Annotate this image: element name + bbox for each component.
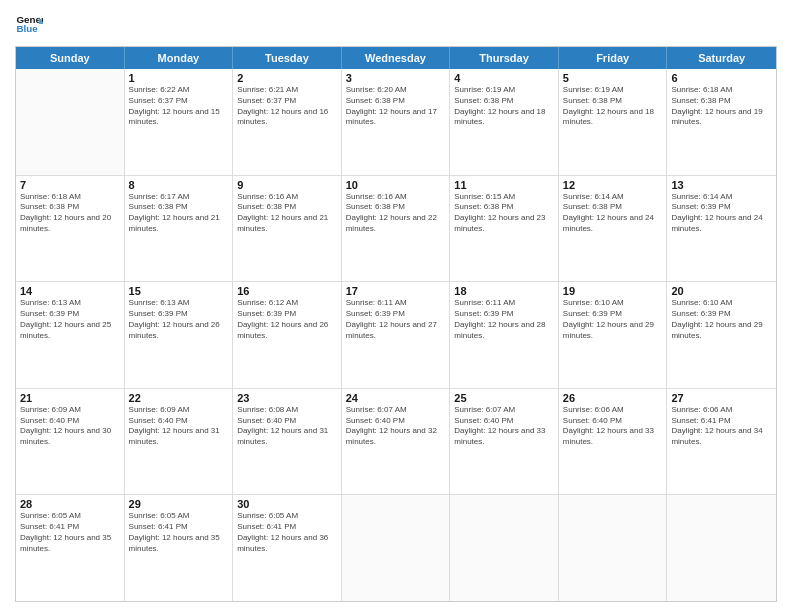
day-number: 21 [20,392,120,404]
calendar-cell: 7Sunrise: 6:18 AMSunset: 6:38 PMDaylight… [16,176,125,282]
cell-info: Sunrise: 6:22 AMSunset: 6:37 PMDaylight:… [129,85,229,128]
weekday-header: Thursday [450,47,559,69]
calendar-cell: 1Sunrise: 6:22 AMSunset: 6:37 PMDaylight… [125,69,234,175]
calendar-cell: 15Sunrise: 6:13 AMSunset: 6:39 PMDayligh… [125,282,234,388]
calendar-row: 1Sunrise: 6:22 AMSunset: 6:37 PMDaylight… [16,69,776,176]
day-number: 15 [129,285,229,297]
day-number: 14 [20,285,120,297]
calendar-cell [667,495,776,601]
calendar-cell: 21Sunrise: 6:09 AMSunset: 6:40 PMDayligh… [16,389,125,495]
day-number: 27 [671,392,772,404]
day-number: 19 [563,285,663,297]
page-header: General Blue [15,10,777,38]
weekday-header: Tuesday [233,47,342,69]
day-number: 5 [563,72,663,84]
day-number: 11 [454,179,554,191]
cell-info: Sunrise: 6:20 AMSunset: 6:38 PMDaylight:… [346,85,446,128]
calendar-cell: 13Sunrise: 6:14 AMSunset: 6:39 PMDayligh… [667,176,776,282]
day-number: 12 [563,179,663,191]
logo: General Blue [15,10,43,38]
day-number: 23 [237,392,337,404]
calendar-header: SundayMondayTuesdayWednesdayThursdayFrid… [16,47,776,69]
day-number: 30 [237,498,337,510]
cell-info: Sunrise: 6:07 AMSunset: 6:40 PMDaylight:… [346,405,446,448]
cell-info: Sunrise: 6:13 AMSunset: 6:39 PMDaylight:… [20,298,120,341]
calendar-cell: 3Sunrise: 6:20 AMSunset: 6:38 PMDaylight… [342,69,451,175]
day-number: 3 [346,72,446,84]
day-number: 7 [20,179,120,191]
calendar-cell: 20Sunrise: 6:10 AMSunset: 6:39 PMDayligh… [667,282,776,388]
day-number: 2 [237,72,337,84]
cell-info: Sunrise: 6:11 AMSunset: 6:39 PMDaylight:… [454,298,554,341]
day-number: 9 [237,179,337,191]
cell-info: Sunrise: 6:21 AMSunset: 6:37 PMDaylight:… [237,85,337,128]
svg-text:Blue: Blue [16,23,38,34]
cell-info: Sunrise: 6:05 AMSunset: 6:41 PMDaylight:… [237,511,337,554]
day-number: 18 [454,285,554,297]
logo-icon: General Blue [15,10,43,38]
calendar-cell: 17Sunrise: 6:11 AMSunset: 6:39 PMDayligh… [342,282,451,388]
calendar-cell: 18Sunrise: 6:11 AMSunset: 6:39 PMDayligh… [450,282,559,388]
day-number: 6 [671,72,772,84]
cell-info: Sunrise: 6:11 AMSunset: 6:39 PMDaylight:… [346,298,446,341]
day-number: 22 [129,392,229,404]
calendar: SundayMondayTuesdayWednesdayThursdayFrid… [15,46,777,602]
calendar-cell: 11Sunrise: 6:15 AMSunset: 6:38 PMDayligh… [450,176,559,282]
cell-info: Sunrise: 6:09 AMSunset: 6:40 PMDaylight:… [129,405,229,448]
calendar-cell [450,495,559,601]
calendar-row: 21Sunrise: 6:09 AMSunset: 6:40 PMDayligh… [16,389,776,496]
calendar-row: 28Sunrise: 6:05 AMSunset: 6:41 PMDayligh… [16,495,776,601]
cell-info: Sunrise: 6:16 AMSunset: 6:38 PMDaylight:… [346,192,446,235]
day-number: 1 [129,72,229,84]
day-number: 10 [346,179,446,191]
weekday-header: Friday [559,47,668,69]
day-number: 20 [671,285,772,297]
calendar-cell: 29Sunrise: 6:05 AMSunset: 6:41 PMDayligh… [125,495,234,601]
cell-info: Sunrise: 6:05 AMSunset: 6:41 PMDaylight:… [129,511,229,554]
calendar-cell: 30Sunrise: 6:05 AMSunset: 6:41 PMDayligh… [233,495,342,601]
calendar-row: 14Sunrise: 6:13 AMSunset: 6:39 PMDayligh… [16,282,776,389]
calendar-cell: 6Sunrise: 6:18 AMSunset: 6:38 PMDaylight… [667,69,776,175]
calendar-cell: 14Sunrise: 6:13 AMSunset: 6:39 PMDayligh… [16,282,125,388]
calendar-cell: 4Sunrise: 6:19 AMSunset: 6:38 PMDaylight… [450,69,559,175]
calendar-cell: 19Sunrise: 6:10 AMSunset: 6:39 PMDayligh… [559,282,668,388]
day-number: 8 [129,179,229,191]
calendar-cell: 24Sunrise: 6:07 AMSunset: 6:40 PMDayligh… [342,389,451,495]
calendar-cell: 28Sunrise: 6:05 AMSunset: 6:41 PMDayligh… [16,495,125,601]
day-number: 29 [129,498,229,510]
day-number: 17 [346,285,446,297]
cell-info: Sunrise: 6:16 AMSunset: 6:38 PMDaylight:… [237,192,337,235]
calendar-cell: 9Sunrise: 6:16 AMSunset: 6:38 PMDaylight… [233,176,342,282]
cell-info: Sunrise: 6:18 AMSunset: 6:38 PMDaylight:… [20,192,120,235]
calendar-body: 1Sunrise: 6:22 AMSunset: 6:37 PMDaylight… [16,69,776,601]
cell-info: Sunrise: 6:08 AMSunset: 6:40 PMDaylight:… [237,405,337,448]
cell-info: Sunrise: 6:07 AMSunset: 6:40 PMDaylight:… [454,405,554,448]
cell-info: Sunrise: 6:09 AMSunset: 6:40 PMDaylight:… [20,405,120,448]
cell-info: Sunrise: 6:12 AMSunset: 6:39 PMDaylight:… [237,298,337,341]
cell-info: Sunrise: 6:15 AMSunset: 6:38 PMDaylight:… [454,192,554,235]
cell-info: Sunrise: 6:13 AMSunset: 6:39 PMDaylight:… [129,298,229,341]
day-number: 16 [237,285,337,297]
cell-info: Sunrise: 6:05 AMSunset: 6:41 PMDaylight:… [20,511,120,554]
calendar-cell: 27Sunrise: 6:06 AMSunset: 6:41 PMDayligh… [667,389,776,495]
calendar-cell: 26Sunrise: 6:06 AMSunset: 6:40 PMDayligh… [559,389,668,495]
cell-info: Sunrise: 6:19 AMSunset: 6:38 PMDaylight:… [454,85,554,128]
weekday-header: Monday [125,47,234,69]
day-number: 4 [454,72,554,84]
day-number: 24 [346,392,446,404]
calendar-cell: 23Sunrise: 6:08 AMSunset: 6:40 PMDayligh… [233,389,342,495]
day-number: 26 [563,392,663,404]
calendar-cell [16,69,125,175]
calendar-cell: 8Sunrise: 6:17 AMSunset: 6:38 PMDaylight… [125,176,234,282]
day-number: 25 [454,392,554,404]
day-number: 28 [20,498,120,510]
calendar-cell [342,495,451,601]
calendar-cell: 10Sunrise: 6:16 AMSunset: 6:38 PMDayligh… [342,176,451,282]
calendar-cell: 5Sunrise: 6:19 AMSunset: 6:38 PMDaylight… [559,69,668,175]
cell-info: Sunrise: 6:10 AMSunset: 6:39 PMDaylight:… [563,298,663,341]
weekday-header: Wednesday [342,47,451,69]
weekday-header: Saturday [667,47,776,69]
cell-info: Sunrise: 6:14 AMSunset: 6:38 PMDaylight:… [563,192,663,235]
weekday-header: Sunday [16,47,125,69]
calendar-row: 7Sunrise: 6:18 AMSunset: 6:38 PMDaylight… [16,176,776,283]
